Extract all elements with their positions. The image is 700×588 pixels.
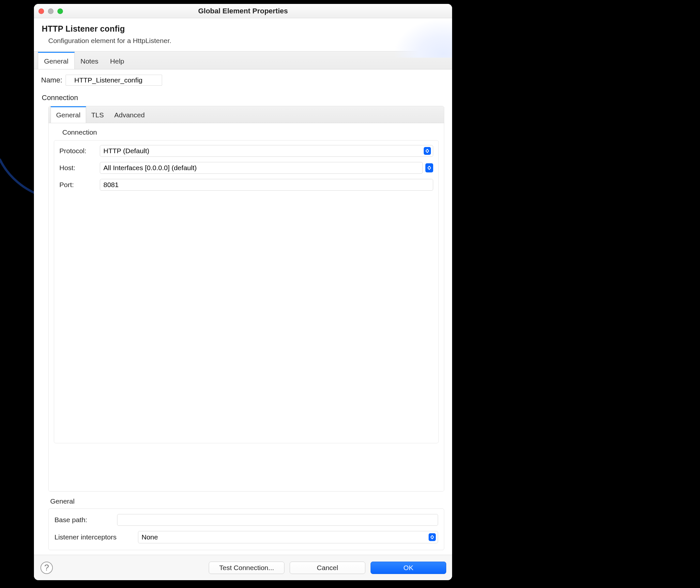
interceptors-label: Listener interceptors: [54, 533, 138, 541]
inner-tab-tls[interactable]: TLS: [86, 106, 109, 123]
zoom-icon[interactable]: [57, 8, 63, 14]
chevron-up-down-icon: [429, 533, 436, 541]
inner-tabs: General TLS Advanced: [49, 106, 444, 123]
content: Name: c Connection General TLS Advanced …: [34, 69, 452, 555]
window-title: Global Element Properties: [198, 7, 288, 15]
name-input[interactable]: [66, 75, 162, 86]
close-icon[interactable]: [38, 8, 44, 14]
host-input[interactable]: [100, 162, 423, 174]
port-input[interactable]: [100, 179, 433, 191]
minimize-icon[interactable]: [48, 8, 53, 14]
help-icon[interactable]: ?: [40, 562, 53, 574]
port-row: Port:: [59, 179, 433, 191]
connection-fieldset: Protocol: HTTP (Default) Host:: [54, 140, 439, 443]
connection-inner-label: Connection: [54, 127, 439, 140]
protocol-row: Protocol: HTTP (Default): [59, 145, 433, 157]
interceptors-value: None: [141, 533, 158, 541]
header-decoration: [394, 19, 452, 58]
protocol-select[interactable]: HTTP (Default): [100, 145, 433, 157]
ok-button[interactable]: OK: [371, 562, 446, 574]
name-label: Name:: [41, 76, 62, 84]
inner-tab-advanced[interactable]: Advanced: [109, 106, 150, 123]
port-label: Port:: [59, 181, 100, 189]
name-input-wrap: c: [66, 75, 446, 86]
host-row: Host:: [59, 162, 433, 174]
tab-general[interactable]: General: [38, 52, 75, 69]
name-row: Name: c: [40, 73, 446, 89]
window-controls: [38, 8, 63, 14]
connection-panel-body: Connection Protocol: HTTP (Default): [49, 123, 444, 491]
interceptors-select[interactable]: None: [138, 531, 438, 543]
stage: Global Element Properties HTTP Listener …: [0, 0, 700, 588]
basepath-label: Base path:: [54, 516, 117, 524]
dialog-window: Global Element Properties HTTP Listener …: [34, 4, 452, 580]
basepath-row: Base path:: [54, 514, 438, 526]
page-title: HTTP Listener config: [42, 24, 444, 34]
tab-notes[interactable]: Notes: [75, 52, 104, 69]
connection-section-label: Connection: [40, 89, 446, 106]
main-tabs: General Notes Help: [34, 51, 452, 69]
header: HTTP Listener config Configuration eleme…: [34, 18, 452, 51]
page-subtitle: Configuration element for a HttpListener…: [48, 37, 444, 45]
protocol-label: Protocol:: [59, 147, 100, 155]
inner-tab-general[interactable]: General: [51, 106, 86, 123]
cancel-button[interactable]: Cancel: [290, 562, 365, 574]
chevron-up-down-icon: [424, 147, 431, 155]
interceptors-row: Listener interceptors None: [54, 531, 438, 543]
test-connection-button[interactable]: Test Connection...: [209, 562, 284, 574]
general-section-label: General: [40, 492, 446, 508]
host-label: Host:: [59, 164, 100, 172]
tab-help[interactable]: Help: [104, 52, 130, 69]
general-panel: Base path: Listener interceptors None: [48, 508, 444, 550]
basepath-input[interactable]: [117, 514, 438, 526]
protocol-value: HTTP (Default): [103, 147, 149, 155]
titlebar: Global Element Properties: [34, 4, 452, 18]
connection-panel: General TLS Advanced Connection Protocol…: [48, 106, 444, 492]
footer: ? Test Connection... Cancel OK: [34, 555, 452, 580]
chevron-up-down-icon[interactable]: [425, 163, 433, 172]
